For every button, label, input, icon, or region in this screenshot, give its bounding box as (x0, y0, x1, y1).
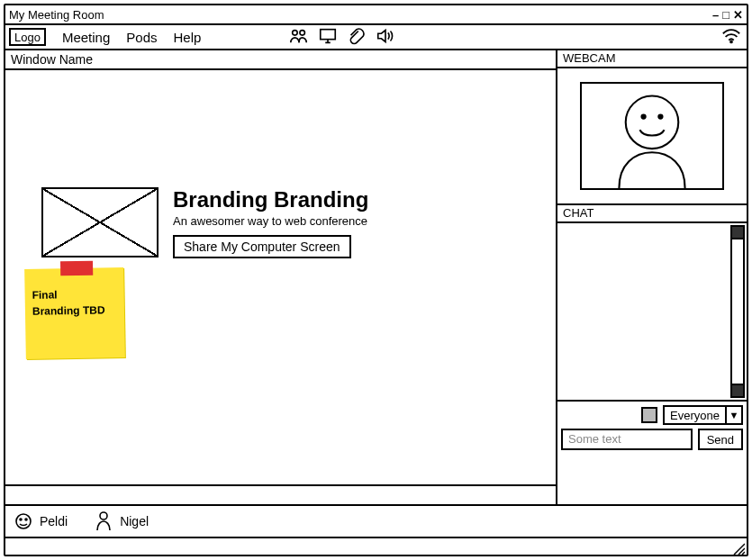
chat-input[interactable]: Some text (561, 429, 693, 450)
brand-text: Branding Branding An awesomer way to web… (173, 187, 368, 258)
recipient-label: Everyone (665, 407, 725, 423)
statusbar (5, 538, 747, 555)
titlebar: My Meeting Room – □ ✕ (5, 5, 747, 25)
logo[interactable]: Logo (9, 28, 46, 46)
svg-point-5 (642, 114, 646, 118)
svg-point-10 (100, 512, 107, 519)
brand-block: Branding Branding An awesomer way to web… (41, 187, 368, 258)
svg-point-0 (293, 30, 298, 35)
scroll-up-icon[interactable] (732, 227, 743, 239)
svg-point-1 (300, 30, 305, 35)
webcam-body (557, 68, 747, 203)
people-icon[interactable] (289, 27, 309, 48)
window-title: My Meeting Room (9, 8, 104, 22)
participant-name: Peldi (40, 514, 68, 528)
maximize-icon[interactable]: □ (722, 8, 729, 22)
color-picker[interactable] (641, 407, 657, 423)
chat-controls: Everyone ▼ Some text Send (557, 402, 747, 454)
svg-point-7 (16, 514, 31, 528)
speaker-icon[interactable] (376, 27, 395, 48)
attachment-icon[interactable] (347, 27, 367, 48)
sticky-note[interactable]: Final Branding TBD (24, 267, 125, 359)
close-icon[interactable]: ✕ (733, 8, 743, 22)
webcam-panel: WEBCAM (557, 50, 747, 205)
sticky-line: Final (32, 285, 116, 303)
image-placeholder (41, 187, 159, 257)
body: Window Name Branding Branding An awesome… (5, 50, 747, 506)
webcam-frame[interactable] (580, 82, 724, 190)
main-pane-title: Window Name (5, 50, 556, 70)
sticky-line: Branding TBD (32, 302, 117, 320)
svg-point-3 (730, 41, 732, 42)
menu-help[interactable]: Help (174, 30, 202, 45)
chat-title: CHAT (557, 205, 747, 223)
svg-point-9 (25, 519, 27, 520)
right-column: WEBCAM CHAT (557, 50, 747, 504)
svg-line-13 (742, 552, 745, 555)
svg-point-4 (626, 96, 679, 149)
chat-log (557, 223, 747, 400)
monitor-icon[interactable] (318, 27, 338, 48)
main-pane-footer (5, 484, 556, 504)
scroll-down-icon[interactable] (732, 384, 743, 396)
app-window: My Meeting Room – □ ✕ Logo Meeting Pods … (4, 4, 748, 556)
participant-name: Nigel (120, 514, 149, 528)
window-controls: – □ ✕ (712, 8, 743, 22)
participant[interactable]: Nigel (95, 510, 149, 532)
participant[interactable]: Peldi (14, 512, 68, 530)
svg-point-8 (20, 519, 22, 520)
chat-panel: CHAT (557, 205, 747, 402)
resize-grip-icon[interactable] (732, 542, 745, 555)
person-icon (95, 510, 113, 532)
menu-pods[interactable]: Pods (126, 30, 157, 45)
send-button[interactable]: Send (698, 429, 743, 450)
recipient-dropdown[interactable]: Everyone ▼ (663, 405, 743, 425)
webcam-title: WEBCAM (557, 50, 747, 68)
menubar: Logo Meeting Pods Help (5, 25, 747, 50)
share-screen-button[interactable]: Share My Computer Screen (173, 235, 351, 258)
minimize-icon[interactable]: – (712, 8, 719, 22)
subheadline: An awesomer way to web conference (173, 214, 368, 228)
wifi-icon (721, 28, 741, 47)
participants-bar: Peldi Nigel (5, 506, 747, 538)
toolbar-icons (289, 27, 395, 48)
face-icon (14, 512, 32, 530)
headline: Branding Branding (173, 187, 368, 212)
chevron-down-icon: ▼ (725, 407, 741, 423)
main-content: Branding Branding An awesomer way to web… (5, 70, 556, 484)
svg-rect-2 (321, 29, 336, 39)
menu-meeting[interactable]: Meeting (62, 30, 110, 45)
main-pane: Window Name Branding Branding An awesome… (5, 50, 557, 504)
svg-point-6 (658, 114, 662, 118)
chat-scrollbar[interactable] (730, 225, 745, 398)
